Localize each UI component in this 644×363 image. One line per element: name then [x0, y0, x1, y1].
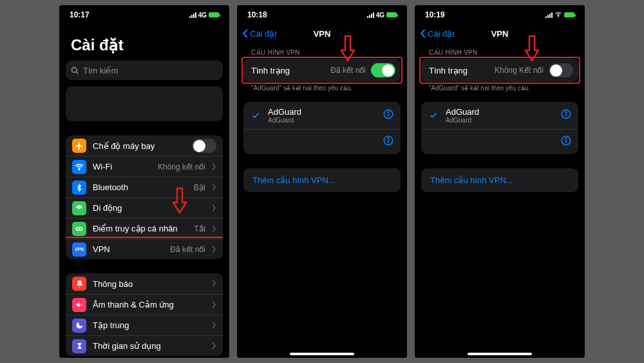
- info-icon[interactable]: [383, 108, 394, 123]
- vpn-value: Đã kết nối: [170, 245, 205, 254]
- nav-title: VPN: [491, 29, 509, 39]
- bell-icon: [72, 277, 86, 291]
- status-time: 10:18: [247, 10, 267, 19]
- group-notifications: Thông báo Âm thanh & Cảm ứng Tập trung: [66, 273, 223, 356]
- vpn-toggle[interactable]: [371, 63, 395, 77]
- row-bluetooth[interactable]: Bluetooth Bật: [66, 177, 223, 197]
- check-icon: [428, 111, 439, 120]
- screentime-label: Thời gian sử dụng: [93, 341, 205, 351]
- vpn-config-row[interactable]: AdGuard AdGuard: [421, 102, 578, 129]
- wifi-label: Wi-Fi: [93, 162, 151, 172]
- group-connectivity: Chế độ máy bay Wi-Fi Không kết nối Bluet…: [66, 135, 223, 259]
- config-sub: AdGuard: [446, 117, 554, 124]
- vpn-status-row[interactable]: Tình trạng Không Kết nối: [421, 59, 578, 82]
- row-wifi[interactable]: Wi-Fi Không kết nối: [66, 156, 223, 177]
- svg-point-11: [388, 138, 389, 139]
- config-name: AdGuard: [268, 107, 376, 117]
- signal-icon: [367, 12, 374, 18]
- status-label: Tình trạng: [429, 66, 468, 75]
- phone-screen-settings: 10:17 4G Cài đặt Tìm kiếm Chế độ máy bay: [59, 5, 229, 358]
- statusbar: 10:17 4G: [59, 5, 229, 25]
- row-screentime[interactable]: Thời gian sử dụng: [66, 335, 223, 356]
- svg-point-15: [565, 112, 567, 113]
- speaker-icon: [72, 298, 86, 312]
- row-notifications[interactable]: Thông báo: [66, 273, 223, 294]
- row-hotspot[interactable]: Điểm truy cập cá nhân Tắt: [66, 218, 223, 239]
- search-placeholder: Tìm kiếm: [83, 66, 118, 75]
- wifi-icon: [554, 11, 562, 19]
- nav-header: Cài đặt VPN: [415, 25, 585, 43]
- battery-icon: [386, 12, 397, 17]
- vpn-config-row-empty[interactable]: [243, 129, 401, 154]
- check-icon: [250, 111, 261, 120]
- airplane-label: Chế độ máy bay: [93, 141, 185, 151]
- info-icon[interactable]: [560, 108, 572, 123]
- svg-point-0: [72, 67, 77, 72]
- search-input[interactable]: Tìm kiếm: [66, 61, 223, 80]
- info-icon[interactable]: [383, 135, 394, 149]
- battery-icon: [209, 12, 219, 17]
- svg-line-1: [76, 72, 78, 74]
- footnote: "AdGuard" sẽ kết nối theo yêu cầu.: [421, 82, 578, 92]
- vpn-label: VPN: [93, 244, 164, 254]
- bluetooth-label: Bluetooth: [93, 182, 187, 192]
- network-label: 4G: [376, 12, 384, 19]
- vpn-toggle[interactable]: [549, 63, 573, 77]
- phone-screen-vpn-off: 10:19 Cài đặt VPN CẤU HÌNH VPN Tình trạn…: [415, 5, 585, 358]
- chevron-icon: [212, 182, 216, 193]
- chevron-icon: [212, 161, 216, 173]
- wifi-icon: [72, 160, 86, 174]
- cellular-label: Di động: [93, 203, 205, 213]
- hotspot-icon: [72, 222, 86, 236]
- network-label: 4G: [198, 12, 207, 19]
- back-label: Cài đặt: [250, 29, 277, 39]
- chevron-icon: [212, 320, 216, 331]
- svg-point-18: [565, 138, 567, 139]
- row-focus[interactable]: Tập trung: [66, 315, 223, 335]
- status-time: 10:17: [70, 10, 90, 19]
- search-icon: [71, 66, 79, 75]
- bluetooth-icon: [72, 181, 86, 195]
- sounds-label: Âm thanh & Cảm ứng: [93, 300, 205, 309]
- nav-header: Cài đặt VPN: [237, 25, 407, 43]
- page-title: Cài đặt: [66, 25, 223, 61]
- chevron-icon: [212, 244, 216, 255]
- status-value: Đã kết nối: [330, 66, 366, 75]
- signal-icon: [189, 12, 196, 18]
- chevron-icon: [212, 299, 216, 311]
- row-sounds[interactable]: Âm thanh & Cảm ứng: [66, 294, 223, 315]
- back-button[interactable]: Cài đặt: [242, 29, 277, 39]
- focus-label: Tập trung: [93, 320, 205, 330]
- vpn-status-row[interactable]: Tình trạng Đã kết nối: [243, 59, 401, 82]
- add-vpn-button[interactable]: Thêm cấu hình VPN...: [421, 168, 578, 192]
- config-name: AdGuard: [446, 107, 554, 117]
- row-airplane[interactable]: Chế độ máy bay: [66, 135, 223, 156]
- hourglass-icon: [72, 339, 86, 353]
- airplane-toggle[interactable]: [192, 139, 216, 153]
- chevron-icon: [212, 278, 216, 289]
- status-time: 10:19: [425, 10, 445, 19]
- add-vpn-button[interactable]: Thêm cấu hình VPN...: [243, 168, 401, 192]
- footnote: "AdGuard" sẽ kết nối theo yêu cầu.: [243, 82, 401, 92]
- moon-icon: [72, 319, 86, 333]
- svg-point-12: [558, 15, 558, 16]
- vpn-config-row-empty[interactable]: [421, 129, 578, 154]
- phone-screen-vpn-on: 10:18 4G Cài đặt VPN CẤU HÌNH VPN Tình t…: [237, 5, 407, 358]
- notifications-label: Thông báo: [93, 279, 205, 289]
- back-button[interactable]: Cài đặt: [420, 29, 455, 39]
- home-indicator[interactable]: [468, 353, 532, 355]
- home-indicator[interactable]: [290, 353, 354, 355]
- statusbar: 10:19: [415, 5, 585, 25]
- back-label: Cài đặt: [428, 29, 455, 39]
- battery-icon: [564, 12, 574, 17]
- section-header: CẤU HÌNH VPN: [421, 43, 578, 59]
- row-cellular[interactable]: Di động: [66, 197, 223, 218]
- apple-id-card[interactable]: [66, 86, 223, 121]
- info-icon[interactable]: [560, 135, 572, 149]
- wifi-value: Không kết nối: [158, 162, 205, 172]
- svg-point-3: [79, 208, 80, 209]
- row-vpn[interactable]: VPN VPN Đã kết nối: [66, 239, 223, 259]
- nav-title: VPN: [314, 29, 331, 39]
- chevron-icon: [212, 202, 216, 214]
- vpn-config-row[interactable]: AdGuard AdGuard: [243, 102, 401, 129]
